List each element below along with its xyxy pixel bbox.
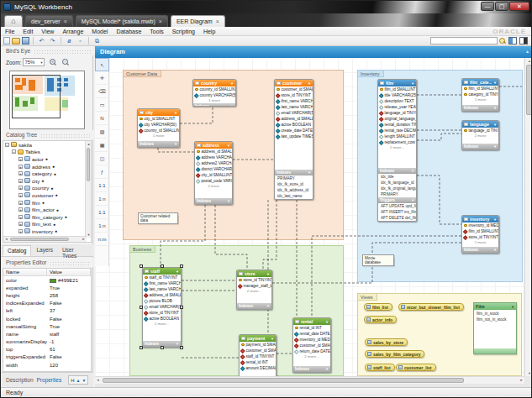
property-row-expanded[interactable]: expandedTrue bbox=[3, 284, 91, 291]
birds-eye-viewport[interactable] bbox=[12, 75, 61, 118]
menu-arrange[interactable]: Arrange bbox=[58, 29, 87, 34]
new-model-icon[interactable] bbox=[3, 37, 10, 45]
maximize-button[interactable]: ▢ bbox=[495, 2, 508, 11]
table-address[interactable]: address▼address_id SMALLINTaddress VARCH… bbox=[194, 141, 233, 205]
property-row-manualSizing[interactable]: manualSizingTrue bbox=[3, 322, 91, 330]
tree-table-customer[interactable]: +customer● bbox=[3, 191, 91, 199]
selection-handle[interactable] bbox=[161, 264, 164, 268]
home-tab[interactable]: ⌂ bbox=[4, 15, 23, 27]
rel-nm-tool[interactable]: n:m bbox=[95, 233, 109, 246]
scroll-left-icon[interactable]: ◄ bbox=[95, 377, 101, 384]
property-row-width[interactable]: width120 bbox=[3, 361, 91, 369]
eer-canvas[interactable]: Customer DataInventoryBusinessViews bbox=[95, 58, 524, 376]
vertical-scrollbar[interactable]: ▲ ▼ bbox=[524, 58, 532, 376]
menu-tools[interactable]: Tools bbox=[145, 29, 167, 34]
table-film[interactable]: film▼film_id SMALLINTtitle VARCHAR(255)d… bbox=[377, 79, 417, 222]
tree-table-address[interactable]: +address● bbox=[3, 163, 91, 170]
indexes-bar[interactable]: Indexes▼ bbox=[378, 168, 416, 174]
menu-scripting[interactable]: Scripting bbox=[168, 29, 199, 34]
selection-handle[interactable] bbox=[140, 346, 143, 349]
indexes-bar[interactable]: Indexes▼ bbox=[195, 198, 232, 204]
image-tool[interactable]: ▨ bbox=[95, 125, 109, 139]
selection-handle[interactable] bbox=[140, 264, 143, 268]
tree-table-film_category[interactable]: +film_category● bbox=[3, 213, 91, 221]
tab-dev-server[interactable]: dev_server× bbox=[25, 15, 73, 27]
collapse-icon[interactable]: ▲ bbox=[525, 49, 529, 54]
view-staff_list[interactable]: staff_list bbox=[365, 364, 395, 371]
tree-table-category[interactable]: +category● bbox=[3, 170, 91, 177]
note-customer-related-data[interactable]: Customer related data bbox=[138, 212, 178, 224]
tree-table-film_actor[interactable]: +film_actor● bbox=[3, 206, 91, 213]
find-icon[interactable] bbox=[498, 37, 506, 45]
view-sales_by_store[interactable]: sales_by_store bbox=[365, 338, 408, 346]
sidebar-tab-layers[interactable]: Layers bbox=[32, 245, 57, 256]
selection-handle[interactable] bbox=[140, 306, 143, 309]
redo-icon[interactable]: ↷ bbox=[48, 37, 57, 45]
scroll-down-icon[interactable]: ▼ bbox=[525, 370, 532, 376]
table-film_cate[interactable]: film_cate...▼film_id SMALLINTcategory_id… bbox=[461, 78, 499, 112]
menu-edit[interactable]: Edit bbox=[18, 29, 37, 34]
table-country[interactable]: country▼country_id SMALLINTcountry VARCH… bbox=[192, 79, 236, 107]
property-row-summarizeDisplay[interactable]: summarizeDisplay-1 bbox=[3, 338, 91, 346]
view-tool[interactable]: ◫ bbox=[95, 152, 109, 165]
property-row-triggersExpanded[interactable]: triggersExpandedFalse bbox=[3, 353, 91, 361]
eraser-tool[interactable]: ⌫ bbox=[95, 85, 109, 98]
indexes-bar[interactable]: Indexes▼ bbox=[462, 144, 498, 149]
table-payment[interactable]: payment▼payment_id SMAL..customer_id SMA… bbox=[239, 334, 277, 376]
rel-1n-id-tool[interactable]: 1:n bbox=[95, 219, 109, 233]
note-movie-database[interactable]: Movie database bbox=[362, 254, 394, 266]
toggle-right-panel-icon[interactable] bbox=[519, 37, 528, 45]
layer-tool[interactable]: ▭ bbox=[95, 98, 109, 112]
birds-eye-map[interactable] bbox=[9, 71, 85, 129]
table-staff[interactable]: staff▼staff_id TINYINTfirst_name VARCH..… bbox=[142, 267, 182, 348]
menu-view[interactable]: View bbox=[37, 29, 58, 34]
view-film_list[interactable]: film_list bbox=[364, 303, 392, 311]
open-model-icon[interactable] bbox=[12, 38, 20, 45]
panel-collapse-control[interactable]: H ▲ ▼ bbox=[68, 375, 88, 385]
alignment-toggle-icon[interactable]: ▫ bbox=[76, 37, 85, 45]
toggle-left-panel-icon[interactable] bbox=[508, 37, 517, 45]
pan-tool[interactable]: ✛ bbox=[95, 71, 109, 85]
tree-table-country[interactable]: +country● bbox=[3, 185, 91, 192]
routine-group-tool[interactable]: ƒ bbox=[95, 165, 109, 179]
table-store[interactable]: store▼store_id TINYINTmanager_staff_id .… bbox=[236, 270, 272, 310]
search-input[interactable] bbox=[430, 37, 498, 45]
tab-mysql-model[interactable]: MySQL Model* (sakila.mwb)× bbox=[76, 15, 168, 27]
property-row-top[interactable]: top61 bbox=[3, 346, 91, 353]
view-customer_list[interactable]: customer_list bbox=[396, 364, 436, 371]
zoom-select[interactable]: 75%▼ bbox=[23, 58, 45, 66]
zoom-in-icon[interactable]: + bbox=[49, 58, 57, 66]
view-nicer_but_slower_film_list[interactable]: nicer_but_slower_film_list bbox=[398, 303, 464, 311]
horizontal-scrollbar[interactable]: ◄ ► bbox=[95, 376, 524, 384]
view-actor_info[interactable]: actor_info bbox=[364, 316, 397, 323]
menu-help[interactable]: Help bbox=[199, 29, 219, 34]
table-tool[interactable]: ▦ bbox=[95, 139, 109, 152]
table-language[interactable]: language▼language_id TINY...2 moreIndexe… bbox=[461, 120, 499, 150]
indexes-bar[interactable]: Indexes▼ bbox=[193, 103, 235, 106]
arrow-up-icon[interactable]: ▲ bbox=[76, 378, 80, 383]
new-layer-icon[interactable]: ⧉ bbox=[92, 37, 102, 45]
tree-schema-sakila[interactable]: −sakila bbox=[3, 141, 91, 149]
grid-toggle-icon[interactable]: ø bbox=[65, 37, 74, 45]
selection-handle[interactable] bbox=[161, 346, 164, 349]
tree-table-film[interactable]: +film● bbox=[3, 199, 91, 207]
close-icon[interactable]: × bbox=[216, 16, 219, 27]
table-city[interactable]: city▼city_id SMALLINTcity VARCHAR(50)cou… bbox=[137, 108, 180, 148]
table-rental[interactable]: rental▼rental_id INTrental_date DATE..in… bbox=[292, 317, 331, 373]
triggers-bar[interactable]: Triggers▼ bbox=[378, 197, 416, 203]
select-tool[interactable]: ↖ bbox=[95, 58, 109, 71]
property-row-locked[interactable]: lockedFalse bbox=[3, 315, 91, 322]
indexes-bar[interactable]: Indexes▼ bbox=[462, 247, 498, 253]
property-row-height[interactable]: height258 bbox=[3, 291, 91, 299]
selection-handle[interactable] bbox=[180, 346, 183, 349]
tree-table-inventory[interactable]: +inventory● bbox=[3, 228, 91, 235]
zoom-out-icon[interactable]: − bbox=[61, 58, 70, 66]
tree-table-film_text[interactable]: +film_text● bbox=[3, 221, 91, 228]
tree-vscrollbar[interactable]: ▲▼ bbox=[85, 141, 91, 238]
indexes-bar[interactable]: Indexes▼ bbox=[237, 303, 271, 309]
tree-table-actor[interactable]: +actor● bbox=[3, 155, 91, 163]
tree-hscrollbar[interactable]: ◄► bbox=[3, 236, 87, 242]
note-tool[interactable]: N bbox=[95, 112, 109, 125]
property-row-color[interactable]: color#499E21 bbox=[3, 276, 91, 284]
table-inventory[interactable]: inventory▼inventory_id MEDI..film_id SMA… bbox=[461, 215, 499, 254]
